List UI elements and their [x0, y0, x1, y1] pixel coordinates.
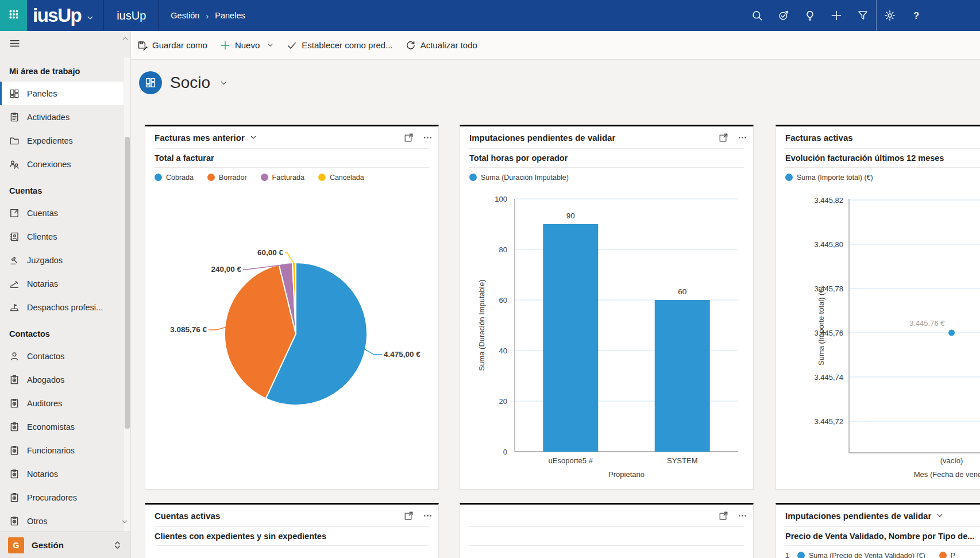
- sidebar-scroll-up[interactable]: [121, 34, 129, 45]
- sidebar-item-clientes[interactable]: Clientes: [0, 225, 124, 248]
- pie-chart[interactable]: 4.475,00 €3.085,76 €240,00 €60,00 €: [145, 188, 438, 489]
- chart-subtitle: Clientes con expedientes y sin expedient…: [145, 527, 438, 545]
- card-actions: [719, 133, 747, 143]
- scatter-chart[interactable]: 3.445,823.445,803.445,783.445,763.445,74…: [776, 188, 980, 489]
- bar-chart[interactable]: 02040608010090uEsoporte5 #60SYSTEMPropie…: [460, 188, 753, 489]
- legend-dot: [469, 174, 477, 181]
- sidebar-item-economistas[interactable]: Economistas: [0, 415, 124, 438]
- recent-icon[interactable]: [770, 0, 797, 31]
- guardar-como-button[interactable]: Guardar como: [131, 34, 214, 57]
- sidebar-item-abogados[interactable]: Abogados: [0, 368, 124, 391]
- y-axis-title: Suma (Importe total) (€): [817, 286, 825, 365]
- sidebar-item-procuradores[interactable]: Procuradores: [0, 486, 124, 509]
- card-header: Imputaciones pendientes de validar: [460, 126, 753, 148]
- sidebar-item-label: Economistas: [27, 422, 75, 432]
- chevron-down-icon[interactable]: [267, 41, 274, 49]
- legend-item-borrador[interactable]: Borrador: [207, 174, 247, 182]
- sidebar-item-label: Expedientes: [27, 136, 73, 145]
- legend-item-suma-duracion-imputable[interactable]: Suma (Duración Imputable): [469, 174, 569, 182]
- filter-icon[interactable]: [850, 0, 876, 31]
- legend-dot: [261, 174, 268, 181]
- app-name[interactable]: iusUp: [104, 9, 159, 22]
- add-icon: [220, 40, 230, 51]
- clipboard-gear-icon: [9, 398, 20, 409]
- bar-uesoporte5[interactable]: [543, 224, 598, 452]
- actualizar-todo-button[interactable]: Actualizar todo: [399, 34, 484, 57]
- app-logo[interactable]: iusUp: [27, 5, 103, 26]
- card-actions: [404, 133, 433, 143]
- legend-item-p[interactable]: P: [939, 552, 955, 558]
- insights-icon[interactable]: [797, 0, 823, 31]
- sidebar-item-cuentas[interactable]: Cuentas: [0, 201, 124, 225]
- data-point[interactable]: [948, 330, 955, 336]
- search-icon[interactable]: [744, 0, 770, 31]
- chevron-down-icon: [86, 5, 94, 26]
- more-options-icon[interactable]: [738, 133, 747, 143]
- pie-slice-value-label: 240,00 €: [211, 265, 241, 274]
- chart-legend: Suma (Duración Imputable): [460, 168, 753, 187]
- legend-label: Suma (Duración Imputable): [481, 174, 569, 182]
- sidebar-item-actividades[interactable]: Actividades: [0, 105, 124, 129]
- card-header: Facturas mes anterior: [145, 126, 438, 148]
- card-title: Facturas activas: [785, 133, 853, 143]
- settings-icon[interactable]: [877, 0, 903, 31]
- establecer-como-pred-button[interactable]: Establecer como pred...: [280, 34, 399, 57]
- card-imputaciones-precio-venta: Imputaciones pendientes de validarPrecio…: [775, 503, 980, 558]
- more-options-icon[interactable]: [738, 511, 747, 521]
- legend-item-suma-precio-de-venta-validado[interactable]: Suma (Precio de Venta Validado) (€): [797, 552, 925, 558]
- dashboard-selector-chevron-icon[interactable]: [219, 79, 228, 87]
- pie-label-leader: [364, 349, 382, 355]
- popout-icon[interactable]: [404, 133, 414, 143]
- card-actions: [404, 511, 433, 521]
- sidebar-item-notarios[interactable]: Notarios: [0, 462, 124, 486]
- popout-icon[interactable]: [719, 511, 728, 521]
- card-header: Facturas activas: [776, 126, 980, 148]
- more-options-icon[interactable]: [423, 133, 433, 143]
- sidebar-item-conexiones[interactable]: Conexiones: [0, 152, 124, 176]
- sidebar-item-otros[interactable]: Otros: [0, 509, 124, 532]
- sidebar-item-contactos[interactable]: Contactos: [0, 344, 124, 368]
- sidebar-scrollbar[interactable]: [124, 57, 130, 532]
- area-switcher-icon[interactable]: [113, 540, 122, 550]
- waffle-menu-button[interactable]: [0, 0, 27, 31]
- legend-label: P: [951, 552, 955, 558]
- breadcrumb-item-paneles[interactable]: Paneles: [215, 11, 245, 20]
- more-options-icon[interactable]: [423, 511, 433, 521]
- legend-label: Cobrada: [166, 174, 194, 182]
- legend-item-facturada[interactable]: Facturada: [261, 174, 304, 182]
- card-header: [460, 505, 753, 526]
- legend-label: Suma (Importe total) (€): [797, 174, 873, 182]
- sidebar-item-paneles[interactable]: Paneles: [0, 82, 124, 105]
- popout-icon[interactable]: [719, 133, 728, 143]
- add-icon[interactable]: [823, 0, 850, 31]
- sidebar-item-despachos-profesi[interactable]: Despachos profesi...: [0, 295, 124, 319]
- sidebar-item-notarias[interactable]: Notarias: [0, 272, 124, 295]
- sidebar-item-juzgados[interactable]: Juzgados: [0, 248, 124, 272]
- sidebar-item-label: Cuentas: [27, 209, 58, 218]
- sidebar-item-funcionarios[interactable]: Funcionarios: [0, 438, 124, 462]
- chart-subtitle: Evolución facturación últimos 12 meses: [776, 149, 980, 167]
- sidebar-item-expedientes[interactable]: Expedientes: [0, 129, 124, 152]
- card-title-chevron-icon[interactable]: [249, 133, 257, 141]
- sidebar-item-auditores[interactable]: Auditores: [0, 391, 124, 415]
- popout-icon[interactable]: [404, 511, 414, 521]
- svg-text:100: 100: [495, 195, 507, 203]
- legend-item-cobrada[interactable]: Cobrada: [155, 174, 194, 182]
- hamburger-icon: [9, 38, 20, 51]
- help-icon[interactable]: ?: [903, 0, 929, 31]
- notary-icon: [9, 279, 20, 289]
- legend-item-cancelada[interactable]: Cancelada: [318, 174, 364, 182]
- sidebar-footer-area-switcher[interactable]: G Gestión: [0, 532, 130, 558]
- chart-legend: 1Suma (Precio de Venta Validado) (€)P: [776, 546, 980, 558]
- sidebar-scrollbar-thumb[interactable]: [125, 137, 130, 429]
- legend-dot: [207, 174, 215, 181]
- bar-system[interactable]: [655, 300, 710, 452]
- breadcrumb-item-gestion[interactable]: Gestión: [171, 11, 199, 20]
- sidebar-scroll-down[interactable]: [121, 518, 129, 528]
- card-title-chevron-icon[interactable]: [936, 511, 944, 519]
- legend-item-suma-importe-total[interactable]: Suma (Importe total) (€): [785, 174, 873, 182]
- court-icon: [9, 255, 20, 265]
- nuevo-button[interactable]: Nuevo: [214, 34, 280, 57]
- svg-text:3.445,74: 3.445,74: [814, 373, 843, 382]
- hamburger-button[interactable]: [0, 31, 130, 57]
